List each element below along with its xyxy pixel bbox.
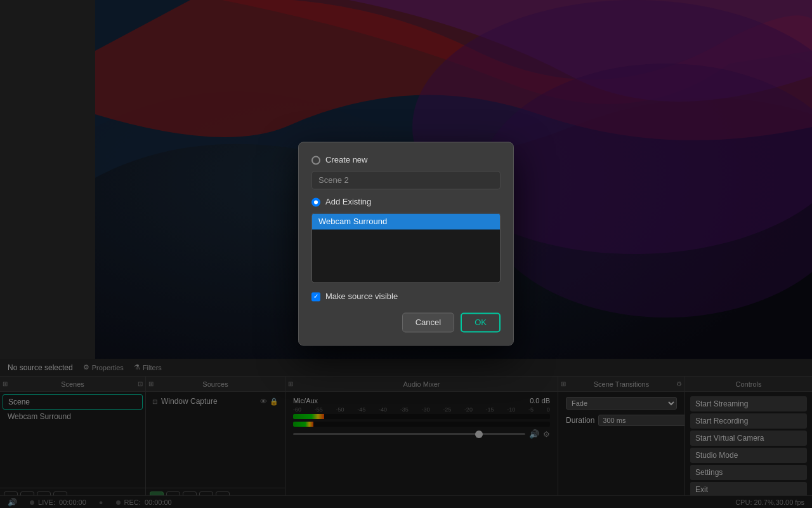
add-existing-row: Add Existing: [311, 197, 501, 206]
source-list[interactable]: Webcam Surround: [311, 213, 501, 283]
checkmark-icon: ✓: [313, 293, 318, 300]
make-visible-checkbox[interactable]: ✓: [311, 292, 320, 301]
add-existing-radio[interactable]: [311, 197, 320, 206]
list-item-webcam-surround[interactable]: Webcam Surround: [312, 213, 500, 229]
create-new-row: Create new: [311, 155, 501, 164]
scene-name-input[interactable]: [311, 171, 501, 189]
dialog-buttons: Cancel OK: [311, 312, 501, 332]
cancel-button[interactable]: Cancel: [402, 312, 454, 332]
make-visible-row: ✓ Make source visible: [311, 291, 501, 301]
add-source-dialog: Create new Add Existing Webcam Surround …: [298, 142, 514, 345]
ok-button[interactable]: OK: [461, 312, 501, 332]
create-new-label[interactable]: Create new: [325, 155, 367, 164]
create-new-radio[interactable]: [311, 156, 320, 164]
make-visible-label[interactable]: Make source visible: [325, 291, 398, 301]
add-existing-label[interactable]: Add Existing: [325, 197, 371, 206]
